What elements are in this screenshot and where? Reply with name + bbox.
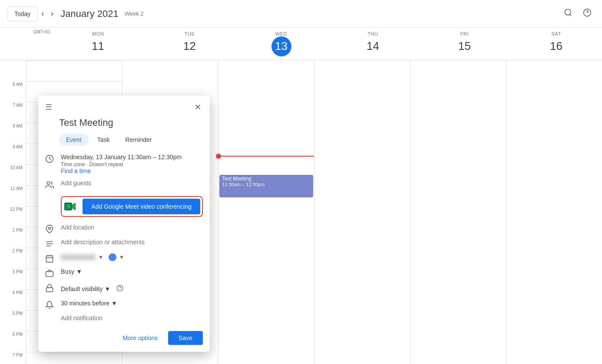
day-header-sat: SAT 16	[510, 28, 602, 60]
event-time: 11:30am – 12:30pm	[222, 182, 311, 187]
calendar-selector-row[interactable]: ▼ ▼	[38, 251, 210, 266]
hour-line	[26, 60, 122, 61]
visibility-help-button[interactable]	[116, 283, 124, 295]
save-button[interactable]: Save	[168, 331, 203, 345]
svg-point-11	[49, 227, 51, 230]
add-notification-label: Add notification	[61, 315, 203, 321]
more-options-button[interactable]: More options	[116, 331, 165, 345]
busy-row[interactable]: Busy ▼	[38, 266, 210, 280]
bell-icon	[45, 301, 54, 309]
day-headers: GMT+01 MON 11 TUE 12 WED 13 THU 14 FRI 1…	[0, 28, 602, 60]
add-guests-label: Add guests	[61, 180, 203, 187]
tab-reminder[interactable]: Reminder	[119, 134, 159, 146]
prev-week-button[interactable]: ‹	[38, 6, 47, 22]
day-header-thu: THU 14	[327, 28, 419, 60]
time-12pm: 12 PM	[0, 206, 26, 227]
svg-point-5	[47, 182, 50, 185]
find-time-link[interactable]: Find a time	[61, 167, 91, 174]
location-icon	[45, 225, 54, 233]
time-labels: 6 AM 7 AM 8 AM 9 AM 10 AM 11 AM 12 PM 1 …	[0, 60, 26, 364]
day-header-tue: TUE 12	[144, 28, 235, 60]
time-10am: 10 AM	[0, 164, 26, 185]
popup-footer: More options Save	[38, 328, 210, 345]
time-7am: 7 AM	[0, 102, 26, 123]
next-week-button[interactable]: ›	[47, 6, 57, 22]
popup-close-button[interactable]: ✕	[193, 101, 203, 114]
grid-col-wed[interactable]: Test Meeting 11:30am – 12:30pm	[218, 60, 314, 364]
tab-task[interactable]: Task	[90, 134, 117, 146]
calendar-content: ▼ ▼	[61, 253, 203, 261]
reminder-dropdown-arrow: ▼	[111, 300, 117, 307]
grid-col-sat[interactable]	[506, 60, 602, 364]
help-button[interactable]	[579, 5, 595, 23]
time-5pm: 5 PM	[0, 310, 26, 331]
time-1pm: 1 PM	[0, 227, 26, 248]
visibility-row[interactable]: Default visibility ▼	[38, 280, 210, 297]
today-button[interactable]: Today	[7, 7, 38, 21]
event-color-dot	[109, 253, 116, 261]
drag-handle-icon: ☰	[45, 102, 52, 112]
tab-event[interactable]: Event	[59, 134, 89, 146]
top-nav: Today ‹ › January 2021 Week 2	[0, 0, 602, 28]
svg-rect-15	[46, 256, 53, 262]
busy-content: Busy ▼	[61, 268, 203, 275]
svg-line-1	[570, 14, 572, 16]
popup-tabs: Event Task Reminder	[38, 134, 210, 151]
month-year-label: January 2021	[60, 8, 118, 20]
svg-point-0	[565, 10, 571, 15]
time-9am: 9 AM	[0, 144, 26, 164]
time-2pm: 2 PM	[0, 248, 26, 269]
popup-title: Test Meeting	[38, 117, 210, 134]
event-popup: ☰ ✕ Test Meeting Event Task Reminder Wed…	[38, 95, 210, 352]
add-guests-row[interactable]: Add guests	[38, 177, 210, 192]
guests-icon	[45, 180, 54, 189]
calendar-icon	[45, 254, 54, 263]
calendar-selector[interactable]: ▼	[61, 254, 103, 260]
time-7pm: 7 PM	[0, 352, 26, 364]
color-selector[interactable]: ▼	[109, 253, 124, 261]
day-header-wed[interactable]: WED 13	[235, 28, 327, 60]
nav-right	[560, 5, 595, 23]
add-google-meet-button[interactable]: Add Google Meet video conferencing	[83, 199, 200, 214]
add-notification-row[interactable]: Add notification	[38, 312, 210, 324]
visibility-content: Default visibility ▼	[61, 283, 203, 295]
svg-rect-10	[65, 203, 68, 210]
date-time-row: Wednesday, 13 January 11:30am – 12:30pm …	[38, 151, 210, 177]
search-icon	[564, 8, 572, 17]
svg-rect-19	[46, 272, 53, 277]
test-meeting-event[interactable]: Test Meeting 11:30am – 12:30pm	[219, 175, 313, 197]
calendar-dropdown-arrow: ▼	[98, 254, 103, 260]
time-6am: 6 AM	[0, 81, 26, 102]
visibility-selector[interactable]: Default visibility ▼	[61, 285, 110, 292]
add-location-label: Add location	[61, 224, 203, 231]
help-icon	[583, 8, 592, 17]
color-dropdown-arrow: ▼	[119, 254, 124, 260]
grid-col-thu[interactable]	[314, 60, 410, 364]
busy-dropdown-arrow: ▼	[76, 268, 82, 275]
event-title: Test Meeting	[222, 176, 311, 182]
reminder-selector[interactable]: 30 minutes before ▼	[61, 300, 117, 307]
svg-rect-21	[46, 288, 53, 292]
day-header-mon: MON 11	[52, 28, 144, 60]
add-location-row[interactable]: Add location	[38, 221, 210, 236]
meet-row: Add Google Meet video conferencing	[38, 193, 210, 220]
reminder-row[interactable]: 30 minutes before ▼	[38, 297, 210, 312]
visibility-dropdown-arrow: ▼	[104, 285, 110, 292]
day-header-fri: FRI 15	[419, 28, 510, 60]
popup-header: ☰ ✕	[38, 95, 210, 117]
week-badge: Week 2	[125, 10, 144, 17]
busy-selector[interactable]: Busy ▼	[61, 268, 82, 275]
add-description-label: Add description or attachments	[61, 239, 203, 246]
grid-col-fri[interactable]	[410, 60, 506, 364]
calendar-name	[61, 254, 96, 260]
hour-line	[26, 352, 122, 352]
time-4pm: 4 PM	[0, 289, 26, 310]
date-time-label: Wednesday, 13 January 11:30am – 12:30pm	[61, 154, 203, 161]
description-icon	[45, 239, 54, 248]
add-description-row[interactable]: Add description or attachments	[38, 236, 210, 251]
time-8am: 8 AM	[0, 123, 26, 144]
search-button[interactable]	[560, 5, 576, 23]
meet-border-box: Add Google Meet video conferencing	[61, 196, 203, 217]
reminder-content: 30 minutes before ▼	[61, 300, 203, 307]
date-time-content: Wednesday, 13 January 11:30am – 12:30pm …	[61, 154, 203, 174]
